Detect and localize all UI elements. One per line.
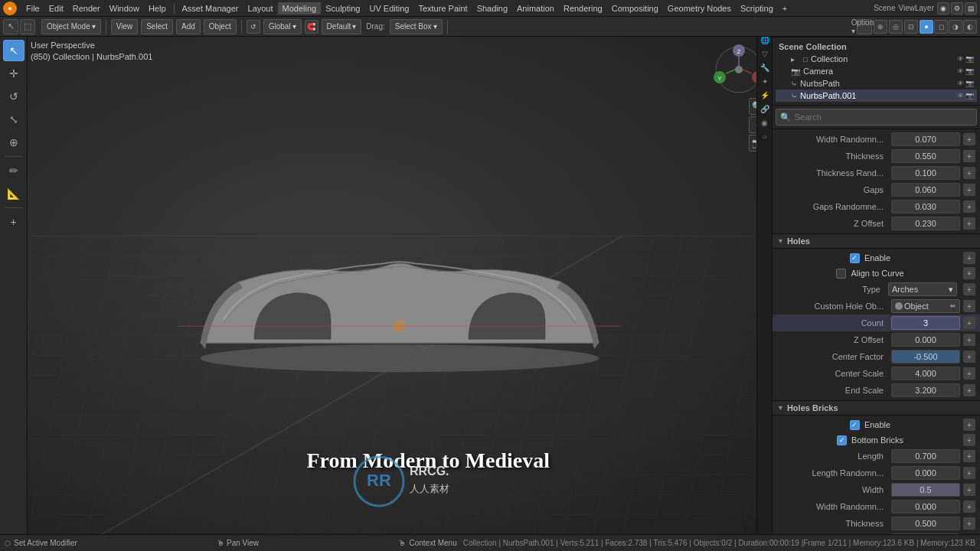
menu-compositing[interactable]: Compositing xyxy=(607,2,663,15)
center-scale-plus[interactable]: + xyxy=(963,367,975,380)
curve1-eye-icon[interactable]: 👁 xyxy=(957,80,964,87)
prop-width-rand-value[interactable]: 0.070 xyxy=(891,132,960,146)
menu-layout[interactable]: Layout xyxy=(243,2,278,15)
holes-enable-plus[interactable]: + xyxy=(963,252,975,264)
prop-center-factor[interactable]: Center Factor -0.500 + xyxy=(773,348,980,365)
prop-center-scale[interactable]: Center Scale 4.000 + xyxy=(773,365,980,382)
length-rand-plus[interactable]: + xyxy=(963,467,975,479)
object-icon[interactable]: ▽ xyxy=(759,47,771,60)
menu-texture-paint[interactable]: Texture Paint xyxy=(413,2,472,15)
count-plus[interactable]: + xyxy=(963,317,975,329)
prop-gaps-plus[interactable]: + xyxy=(963,184,975,196)
tool-add[interactable]: + xyxy=(3,211,24,233)
count-value[interactable]: 3 xyxy=(891,316,960,330)
curve1-render-icon[interactable]: 📷 xyxy=(965,80,974,87)
prop-z-offset-main-value[interactable]: 0.230 xyxy=(891,217,960,230)
custom-hole-edit-icon[interactable]: ✏ xyxy=(950,302,956,310)
options-button[interactable]: Options ▾ xyxy=(857,19,872,34)
select-menu[interactable]: Select xyxy=(141,19,173,34)
menu-geometry-nodes[interactable]: Geometry Nodes xyxy=(663,2,736,15)
prop-width-bricks[interactable]: Width 0.5 + xyxy=(773,481,980,498)
count-row[interactable]: Count 3 + xyxy=(773,315,980,331)
curve2-eye-icon[interactable]: 👁 xyxy=(957,92,964,99)
holes-bricks-enable-plus[interactable]: + xyxy=(963,419,975,431)
add-menu[interactable]: Add xyxy=(176,19,201,34)
z-offset-holes-value[interactable]: 0.000 xyxy=(891,333,960,347)
menu-help[interactable]: Help xyxy=(144,2,171,15)
camera-eye-icon[interactable]: 👁 xyxy=(957,67,964,75)
prop-width-rand-plus[interactable]: + xyxy=(963,133,975,145)
tool-measure[interactable]: 📐 xyxy=(3,183,24,204)
tool-move[interactable]: ✛ xyxy=(3,63,24,84)
modifier-icon[interactable]: 🔧 xyxy=(759,61,771,73)
prop-gaps-rand-value[interactable]: 0.030 xyxy=(891,200,960,214)
menu-asset-manager[interactable]: Asset Manager xyxy=(178,2,243,15)
holes-section-header[interactable]: ▼ Holes xyxy=(773,233,980,249)
prop-z-offset-main-plus[interactable]: + xyxy=(963,217,975,230)
width-bricks-plus[interactable]: + xyxy=(963,484,975,496)
length-rand-value[interactable]: 0.000 xyxy=(891,466,960,480)
prop-width-randomness[interactable]: Width Randomn... 0.070 + xyxy=(773,131,980,148)
prop-thickness-rand-value[interactable]: 0.100 xyxy=(891,166,960,180)
menu-add-workspace[interactable]: + xyxy=(778,2,792,15)
physics-icon[interactable]: ⚡ xyxy=(759,89,771,101)
search-input[interactable] xyxy=(776,109,977,126)
curve2-render-icon[interactable]: 📷 xyxy=(965,92,974,99)
holes-bricks-enable-checkbox[interactable]: ✓ xyxy=(850,420,860,430)
collection-render-icon[interactable]: 📷 xyxy=(965,55,974,63)
prop-gaps-rand-plus[interactable]: + xyxy=(963,201,975,213)
holes-type-plus[interactable]: + xyxy=(963,283,975,295)
menu-scripting[interactable]: Scripting xyxy=(736,2,778,15)
xray-icon[interactable]: ⊡ xyxy=(904,20,918,34)
center-factor-value[interactable]: -0.500 xyxy=(891,350,960,364)
material-icon[interactable]: ○ xyxy=(759,130,771,142)
holes-type-dropdown[interactable]: Arches ▾ xyxy=(888,282,957,296)
viewport-mode-icon[interactable]: ↖ xyxy=(3,19,18,34)
data-icon[interactable]: ◉ xyxy=(759,116,771,129)
prop-end-scale[interactable]: End Scale 3.200 + xyxy=(773,382,980,399)
thickness-bricks-plus[interactable]: + xyxy=(963,517,975,530)
prop-z-offset-holes[interactable]: Z Offset 0.000 + xyxy=(773,331,980,348)
length-value[interactable]: 0.700 xyxy=(891,449,960,463)
menu-uv-editing[interactable]: UV Editing xyxy=(364,2,413,15)
tool-scale[interactable]: ⤡ xyxy=(3,109,24,130)
prop-thickness-value[interactable]: 0.550 xyxy=(891,149,960,163)
tool-transform[interactable]: ⊕ xyxy=(3,132,24,153)
collection-item-collection[interactable]: ▸ □ Collection 👁 📷 xyxy=(776,53,977,65)
orientation-icon[interactable]: ↺ xyxy=(247,20,260,34)
object-mode-dropdown[interactable]: Object Mode▾ xyxy=(41,19,101,34)
prop-width-rand-bricks[interactable]: Width Randomn... 0.000 + xyxy=(773,498,980,515)
solid-shading-icon[interactable]: ● xyxy=(920,20,933,34)
menu-render[interactable]: Render xyxy=(68,2,105,15)
viewport-icon-2[interactable]: ⬚ xyxy=(20,19,35,34)
prop-gaps[interactable]: Gaps 0.060 + xyxy=(773,181,980,198)
top-icon-2[interactable]: ⚙ xyxy=(951,2,963,15)
prop-length[interactable]: Length 0.700 + xyxy=(773,448,980,465)
lookdev-icon[interactable]: ◑ xyxy=(949,20,962,34)
prop-gaps-rand[interactable]: Gaps Randomne... 0.030 + xyxy=(773,198,980,215)
render-preview-icon[interactable]: ◐ xyxy=(963,20,977,34)
prop-z-offset-main[interactable]: Z Offset 0.230 + xyxy=(773,215,980,232)
bottom-bricks-checkbox[interactable]: ✓ xyxy=(837,435,847,445)
tool-annotate[interactable]: ✏ xyxy=(3,160,24,181)
snap-icon[interactable]: 🧲 xyxy=(305,20,318,34)
width-bricks-value[interactable]: 0.5 xyxy=(891,483,960,497)
select-box-dropdown[interactable]: Select Box ▾ xyxy=(390,19,443,34)
custom-hole-field[interactable]: Object ✏ xyxy=(891,299,960,313)
menu-animation[interactable]: Animation xyxy=(512,2,559,15)
menu-rendering[interactable]: Rendering xyxy=(559,2,607,15)
prop-thickness-rand[interactable]: Thickness Rand... 0.100 + xyxy=(773,165,980,181)
constraints-icon[interactable]: 🔗 xyxy=(759,103,771,115)
tool-rotate[interactable]: ↺ xyxy=(3,86,24,107)
holes-align-plus[interactable]: + xyxy=(963,267,975,279)
overlay-icon[interactable]: ◎ xyxy=(889,20,903,34)
menu-modeling[interactable]: Modeling xyxy=(278,2,322,15)
prop-gaps-value[interactable]: 0.060 xyxy=(891,183,960,197)
prop-length-rand[interactable]: Length Randomn... 0.000 + xyxy=(773,465,980,481)
width-rand-bricks-plus[interactable]: + xyxy=(963,500,975,513)
collection-eye-icon[interactable]: 👁 xyxy=(957,55,964,63)
collection-item-camera[interactable]: 📷 Camera 👁 📷 xyxy=(776,65,977,77)
collection-item-nurbspath001[interactable]: ⤷ NurbsPath.001 👁 📷 xyxy=(776,90,977,102)
prop-thickness-rand-plus[interactable]: + xyxy=(963,167,975,179)
holes-enable-checkbox[interactable]: ✓ xyxy=(850,253,860,263)
